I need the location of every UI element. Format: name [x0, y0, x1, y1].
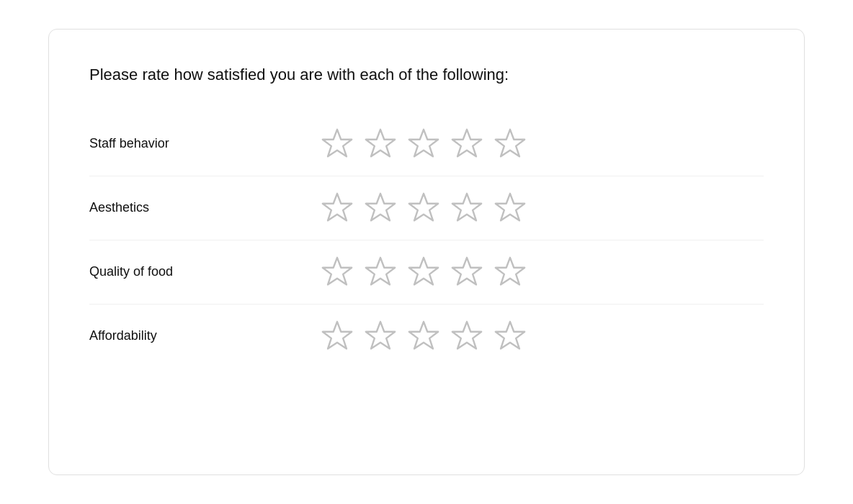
- star-affordability-3[interactable]: [406, 319, 441, 354]
- star-aesthetics-1[interactable]: [320, 191, 354, 225]
- star-affordability-1[interactable]: [320, 319, 354, 354]
- star-staff-behavior-4[interactable]: [450, 127, 484, 161]
- star-aesthetics-4[interactable]: [450, 191, 484, 225]
- stars-quality-of-food: [320, 255, 527, 289]
- rating-row-aesthetics: Aesthetics: [89, 176, 764, 240]
- label-aesthetics: Aesthetics: [89, 200, 320, 215]
- stars-aesthetics: [320, 191, 527, 225]
- star-quality-of-food-1[interactable]: [320, 255, 354, 289]
- rating-row-staff-behavior: Staff behavior: [89, 112, 764, 176]
- rating-row-affordability: Affordability: [89, 305, 764, 368]
- survey-card: Please rate how satisfied you are with e…: [48, 29, 805, 475]
- label-affordability: Affordability: [89, 328, 320, 343]
- stars-affordability: [320, 319, 527, 354]
- star-aesthetics-5[interactable]: [493, 191, 527, 225]
- rating-rows: Staff behavior Aesthe: [89, 112, 764, 368]
- label-quality-of-food: Quality of food: [89, 264, 320, 279]
- star-staff-behavior-1[interactable]: [320, 127, 354, 161]
- stars-staff-behavior: [320, 127, 527, 161]
- star-quality-of-food-4[interactable]: [450, 255, 484, 289]
- star-affordability-2[interactable]: [363, 319, 398, 354]
- star-affordability-5[interactable]: [493, 319, 527, 354]
- rating-row-quality-of-food: Quality of food: [89, 240, 764, 305]
- star-staff-behavior-3[interactable]: [406, 127, 441, 161]
- star-aesthetics-3[interactable]: [406, 191, 441, 225]
- star-affordability-4[interactable]: [450, 319, 484, 354]
- star-aesthetics-2[interactable]: [363, 191, 398, 225]
- star-quality-of-food-3[interactable]: [406, 255, 441, 289]
- star-quality-of-food-5[interactable]: [493, 255, 527, 289]
- star-staff-behavior-5[interactable]: [493, 127, 527, 161]
- label-staff-behavior: Staff behavior: [89, 136, 320, 151]
- question-title: Please rate how satisfied you are with e…: [89, 64, 764, 86]
- star-staff-behavior-2[interactable]: [363, 127, 398, 161]
- star-quality-of-food-2[interactable]: [363, 255, 398, 289]
